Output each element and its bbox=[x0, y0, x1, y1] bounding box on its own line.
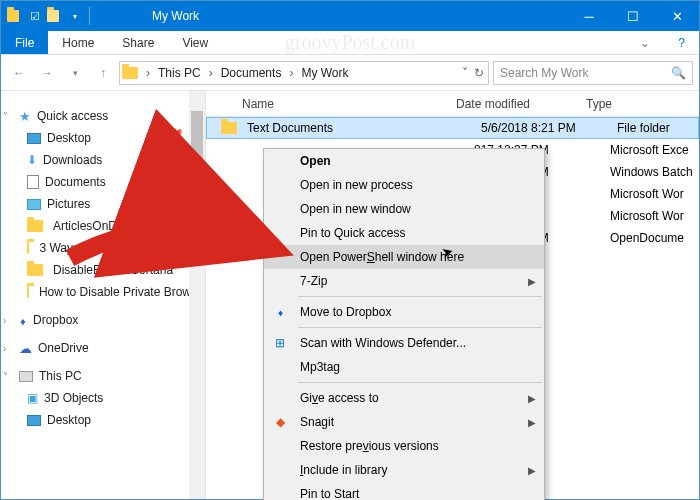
download-icon: ⬇ bbox=[27, 153, 37, 167]
ctx-pin-start[interactable]: Pin to Start bbox=[264, 482, 544, 500]
sidebar-item-pictures[interactable]: Pictures📌 bbox=[1, 193, 205, 215]
sidebar-item-documents[interactable]: Documents📌 bbox=[1, 171, 205, 193]
separator bbox=[298, 296, 542, 297]
sidebar-item-folder[interactable]: How to Disable Private Brows bbox=[1, 281, 205, 303]
desktop-icon bbox=[27, 133, 41, 144]
sidebar-item-folder[interactable]: ArticlesOnDB📌 bbox=[1, 215, 205, 237]
ctx-powershell[interactable]: Open PowerShell window here bbox=[264, 245, 544, 269]
pc-icon bbox=[19, 371, 33, 382]
folder-icon bbox=[27, 242, 29, 254]
qat-dropdown-icon[interactable]: ▾ bbox=[67, 8, 83, 24]
star-icon: ★ bbox=[19, 109, 31, 124]
sidebar-item-desktop[interactable]: Desktop📌 bbox=[1, 127, 205, 149]
maximize-button[interactable]: ☐ bbox=[611, 1, 655, 31]
folder-icon bbox=[7, 8, 23, 24]
folder-icon bbox=[27, 220, 43, 232]
search-placeholder: Search My Work bbox=[500, 66, 588, 80]
folder-icon bbox=[122, 67, 138, 79]
qat-properties-icon[interactable]: ☑ bbox=[27, 8, 43, 24]
sidebar-item-downloads[interactable]: ⬇Downloads📌 bbox=[1, 149, 205, 171]
dropbox-icon: ⬧ bbox=[272, 304, 288, 320]
search-input[interactable]: Search My Work 🔍 bbox=[493, 61, 693, 85]
dropbox-icon: ⬧ bbox=[19, 313, 27, 328]
submenu-arrow-icon: ▶ bbox=[528, 465, 536, 476]
window-title: My Work bbox=[152, 9, 199, 23]
submenu-arrow-icon: ▶ bbox=[528, 417, 536, 428]
shield-icon: ⊞ bbox=[272, 335, 288, 351]
ctx-defender[interactable]: ⊞Scan with Windows Defender... bbox=[264, 331, 544, 355]
chevron-right-icon[interactable]: › bbox=[287, 66, 295, 80]
folder-icon bbox=[221, 122, 237, 134]
ctx-include-library[interactable]: Include in library▶ bbox=[264, 458, 544, 482]
scrollbar-thumb[interactable] bbox=[191, 111, 203, 251]
ctx-snagit[interactable]: ◆Snagit▶ bbox=[264, 410, 544, 434]
ctx-dropbox[interactable]: ⬧Move to Dropbox bbox=[264, 300, 544, 324]
ctx-pin-quick[interactable]: Pin to Quick access bbox=[264, 221, 544, 245]
separator bbox=[298, 327, 542, 328]
col-name[interactable]: Name bbox=[206, 97, 456, 111]
sidebar-dropbox[interactable]: ›⬧Dropbox bbox=[1, 309, 205, 331]
help-icon[interactable]: ? bbox=[664, 31, 699, 54]
ribbon-tabs: File Home Share View ⌄ ? bbox=[1, 31, 699, 55]
address-bar[interactable]: › This PC › Documents › My Work ˅ ↻ bbox=[119, 61, 489, 85]
file-row[interactable]: Text Documents 5/6/2018 8:21 PM File fol… bbox=[206, 117, 699, 139]
history-dropdown-icon[interactable]: ˅ bbox=[460, 66, 470, 80]
crumb-mywork[interactable]: My Work bbox=[297, 62, 352, 84]
cube-icon: ▣ bbox=[27, 391, 38, 405]
context-menu: Open Open in new process Open in new win… bbox=[263, 148, 545, 500]
chevron-right-icon[interactable]: › bbox=[207, 66, 215, 80]
titlebar[interactable]: ☑ ▾ My Work ─ ☐ ✕ bbox=[1, 1, 699, 31]
sidebar-item-folder[interactable]: 3 Ways to Disable Access to t bbox=[1, 237, 205, 259]
column-headers[interactable]: Name Date modified Type bbox=[206, 91, 699, 117]
sidebar-item-folder[interactable]: DisableEnableCortana bbox=[1, 259, 205, 281]
ribbon-expand-icon[interactable]: ⌄ bbox=[626, 31, 664, 54]
folder-icon bbox=[27, 286, 29, 298]
document-icon bbox=[27, 175, 39, 189]
crumb-documents[interactable]: Documents bbox=[217, 62, 286, 84]
ctx-restore[interactable]: Restore previous versions bbox=[264, 434, 544, 458]
ctx-mp3tag[interactable]: Mp3tag bbox=[264, 355, 544, 379]
forward-button[interactable]: → bbox=[35, 61, 59, 85]
tab-share[interactable]: Share bbox=[108, 31, 168, 54]
sidebar-this-pc[interactable]: ˅This PC bbox=[1, 365, 205, 387]
col-type[interactable]: Type bbox=[586, 97, 699, 111]
ctx-open[interactable]: Open bbox=[264, 149, 544, 173]
crumb-thispc[interactable]: This PC bbox=[154, 62, 205, 84]
ctx-open-process[interactable]: Open in new process bbox=[264, 173, 544, 197]
chevron-right-icon[interactable]: › bbox=[144, 66, 152, 80]
nav-row: ← → ▾ ↑ › This PC › Documents › My Work … bbox=[1, 55, 699, 91]
tab-file[interactable]: File bbox=[1, 31, 48, 54]
col-date[interactable]: Date modified bbox=[456, 97, 586, 111]
submenu-arrow-icon: ▶ bbox=[528, 393, 536, 404]
ctx-7zip[interactable]: 7-Zip▶ bbox=[264, 269, 544, 293]
scrollbar[interactable] bbox=[189, 91, 205, 499]
submenu-arrow-icon: ▶ bbox=[528, 276, 536, 287]
sidebar-item-desktop[interactable]: Desktop bbox=[1, 409, 205, 431]
back-button[interactable]: ← bbox=[7, 61, 31, 85]
nav-pane[interactable]: ˅★Quick access Desktop📌 ⬇Downloads📌 Docu… bbox=[1, 91, 206, 499]
tab-view[interactable]: View bbox=[168, 31, 222, 54]
ctx-open-window[interactable]: Open in new window bbox=[264, 197, 544, 221]
close-button[interactable]: ✕ bbox=[655, 1, 699, 31]
search-icon: 🔍 bbox=[671, 66, 686, 80]
folder-icon bbox=[27, 264, 43, 276]
sidebar-quick-access[interactable]: ˅★Quick access bbox=[1, 105, 205, 127]
sidebar-onedrive[interactable]: ›☁OneDrive bbox=[1, 337, 205, 359]
minimize-button[interactable]: ─ bbox=[567, 1, 611, 31]
ctx-give-access[interactable]: Give access to▶ bbox=[264, 386, 544, 410]
qat-newfolder-icon[interactable] bbox=[47, 8, 63, 24]
snagit-icon: ◆ bbox=[272, 414, 288, 430]
desktop-icon bbox=[27, 415, 41, 426]
recent-dropdown-icon[interactable]: ▾ bbox=[63, 61, 87, 85]
sidebar-item-3dobjects[interactable]: ▣3D Objects bbox=[1, 387, 205, 409]
cloud-icon: ☁ bbox=[19, 341, 32, 356]
separator bbox=[298, 382, 542, 383]
picture-icon bbox=[27, 199, 41, 210]
tab-home[interactable]: Home bbox=[48, 31, 108, 54]
up-button[interactable]: ↑ bbox=[91, 61, 115, 85]
refresh-icon[interactable]: ↻ bbox=[472, 66, 486, 80]
